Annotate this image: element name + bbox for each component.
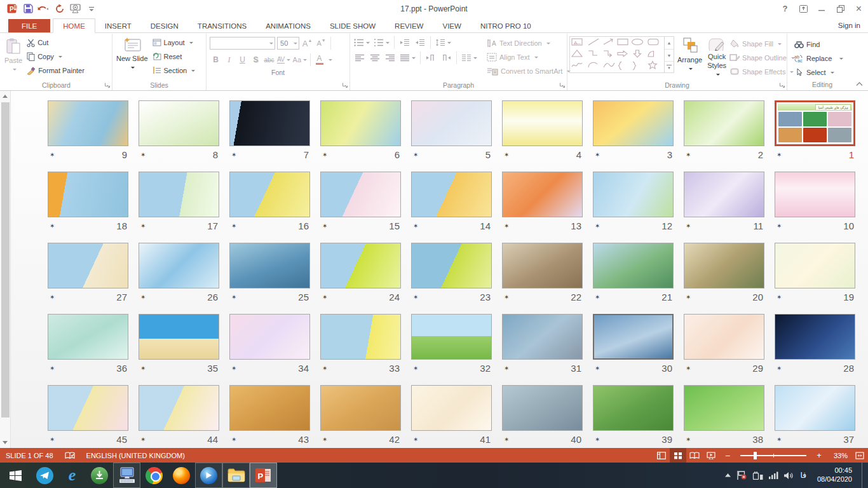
- tab-design[interactable]: DESIGN: [141, 19, 188, 32]
- slide-17-thumbnail[interactable]: [139, 172, 219, 217]
- start-button[interactable]: [0, 463, 31, 488]
- slide-23-thumbnail[interactable]: [411, 243, 492, 288]
- align-right-button[interactable]: [384, 51, 397, 65]
- slide-25-thumbnail[interactable]: [229, 243, 310, 288]
- slide-30-thumbnail[interactable]: [593, 314, 674, 360]
- convert-to-smartart-button[interactable]: Convert to SmartArt: [487, 64, 571, 78]
- slide-26-thumbnail[interactable]: [139, 243, 219, 288]
- slide-39-thumbnail[interactable]: [593, 385, 674, 431]
- taskbar-remote-desktop-icon[interactable]: [113, 463, 140, 488]
- decrease-indent-button[interactable]: [398, 36, 411, 50]
- bold-button[interactable]: B: [210, 53, 222, 67]
- drawing-dialog-launcher[interactable]: [779, 82, 785, 88]
- taskbar-telegram-icon[interactable]: [31, 463, 58, 488]
- slide-18-thumbnail[interactable]: [48, 172, 128, 217]
- slide-show-icon[interactable]: [703, 448, 719, 463]
- slide-29-thumbnail[interactable]: [684, 314, 764, 360]
- shapes-scroll-up-icon[interactable]: ▲: [665, 37, 674, 49]
- slide-9-thumbnail[interactable]: [48, 100, 128, 146]
- slide-34-thumbnail[interactable]: [229, 314, 310, 360]
- layout-button[interactable]: Layout: [151, 36, 197, 50]
- grow-font-button[interactable]: A▲: [301, 37, 313, 50]
- clipboard-dialog-launcher[interactable]: [104, 82, 111, 88]
- tab-file[interactable]: FILE: [8, 19, 50, 32]
- shapes-gallery-scrollbar[interactable]: ▲ ▼ ▼: [664, 37, 674, 72]
- reset-button[interactable]: Reset: [151, 50, 197, 64]
- slide-22-thumbnail[interactable]: [502, 243, 583, 288]
- zoom-percentage[interactable]: 33%: [827, 452, 851, 459]
- slide-37-thumbnail[interactable]: [775, 385, 855, 431]
- slide-10-thumbnail[interactable]: [775, 172, 855, 217]
- slide-31-thumbnail[interactable]: [502, 314, 583, 360]
- shapes-scroll-down-icon[interactable]: ▼: [665, 49, 674, 61]
- text-shadow-button[interactable]: S: [250, 53, 262, 67]
- tab-view[interactable]: VIEW: [433, 19, 470, 32]
- font-color-button[interactable]: A: [313, 53, 325, 67]
- change-case-button[interactable]: Aa: [292, 53, 308, 67]
- vertical-scrollbar[interactable]: [0, 91, 11, 448]
- tab-nitro-pro-10[interactable]: NITRO PRO 10: [471, 19, 541, 32]
- slide-21-thumbnail[interactable]: [593, 243, 674, 288]
- increase-indent-button[interactable]: [414, 36, 426, 50]
- bullets-button[interactable]: [353, 36, 370, 50]
- shape-effects-button[interactable]: Shape Effects: [729, 65, 795, 78]
- save-icon[interactable]: [20, 2, 36, 16]
- zoom-out-button[interactable]: −: [719, 448, 736, 463]
- taskbar-file-explorer-icon[interactable]: [222, 463, 250, 488]
- scroll-down-icon[interactable]: [0, 437, 10, 448]
- slide-27-thumbnail[interactable]: [48, 243, 128, 288]
- tab-animations[interactable]: ANIMATIONS: [256, 19, 320, 32]
- slide-sorter-view-icon[interactable]: [670, 448, 686, 463]
- slide-16-thumbnail[interactable]: [229, 172, 310, 217]
- slide-indicator[interactable]: SLIDE 1 OF 48: [0, 448, 59, 463]
- network-signal-icon[interactable]: [769, 471, 778, 479]
- show-desktop-button[interactable]: [862, 463, 865, 488]
- align-center-button[interactable]: [369, 51, 381, 65]
- slide-32-thumbnail[interactable]: [411, 314, 492, 360]
- align-text-button[interactable]: Align Text: [487, 50, 571, 64]
- customize-qat-icon[interactable]: [84, 2, 99, 16]
- slide-38-thumbnail[interactable]: [684, 385, 764, 431]
- slide-12-thumbnail[interactable]: [593, 172, 674, 217]
- slide-11-thumbnail[interactable]: [684, 172, 764, 217]
- slide-43-thumbnail[interactable]: [229, 385, 310, 431]
- slide-45-thumbnail[interactable]: [48, 385, 128, 431]
- text-direction-button[interactable]: Text Direction: [487, 36, 571, 50]
- reading-view-icon[interactable]: [686, 448, 703, 463]
- font-name-combobox[interactable]: [210, 37, 275, 50]
- slide-28-thumbnail[interactable]: [775, 314, 855, 360]
- slide-20-thumbnail[interactable]: [684, 243, 764, 288]
- sign-in-link[interactable]: Sign in: [838, 22, 860, 29]
- font-size-combobox[interactable]: 50: [277, 37, 299, 50]
- normal-view-icon[interactable]: [653, 448, 670, 463]
- shapes-gallery[interactable]: A: [569, 36, 674, 73]
- underline-button[interactable]: U: [236, 53, 248, 67]
- tray-language-indicator[interactable]: فا: [799, 471, 808, 480]
- close-icon[interactable]: ×: [850, 1, 868, 16]
- slide-1-thumbnail[interactable]: ویژگی های طبیعی آسیا: [775, 100, 855, 146]
- find-button[interactable]: Find: [794, 37, 855, 51]
- taskbar-chrome-icon[interactable]: [140, 463, 168, 488]
- taskbar-powerpoint-icon[interactable]: P: [250, 463, 277, 488]
- slide-35-thumbnail[interactable]: [139, 314, 219, 360]
- collapse-ribbon-button[interactable]: [856, 82, 863, 86]
- zoom-in-button[interactable]: +: [811, 448, 827, 463]
- zoom-slider[interactable]: [740, 455, 806, 456]
- align-left-button[interactable]: [353, 51, 366, 65]
- columns-button[interactable]: [461, 51, 478, 65]
- hidden-icons-icon[interactable]: [725, 473, 731, 477]
- new-slide-button[interactable]: New Slide: [114, 35, 150, 78]
- slide-42-thumbnail[interactable]: [320, 385, 401, 431]
- slide-44-thumbnail[interactable]: [139, 385, 219, 431]
- speaker-icon[interactable]: [784, 471, 794, 480]
- slide-8-thumbnail[interactable]: [139, 100, 219, 146]
- taskbar-idm-icon[interactable]: [86, 463, 113, 488]
- shape-outline-button[interactable]: Shape Outline: [729, 51, 795, 64]
- strikethrough-button[interactable]: abc: [263, 53, 275, 67]
- taskbar-media-player-icon[interactable]: [195, 463, 222, 488]
- help-icon[interactable]: ?: [776, 1, 794, 16]
- scrollbar-thumb[interactable]: [1, 102, 10, 417]
- language-indicator[interactable]: ENGLISH (UNITED KINGDOM): [81, 448, 191, 463]
- quick-styles-button[interactable]: Quick Styles: [705, 35, 728, 78]
- restore-icon[interactable]: [831, 1, 850, 16]
